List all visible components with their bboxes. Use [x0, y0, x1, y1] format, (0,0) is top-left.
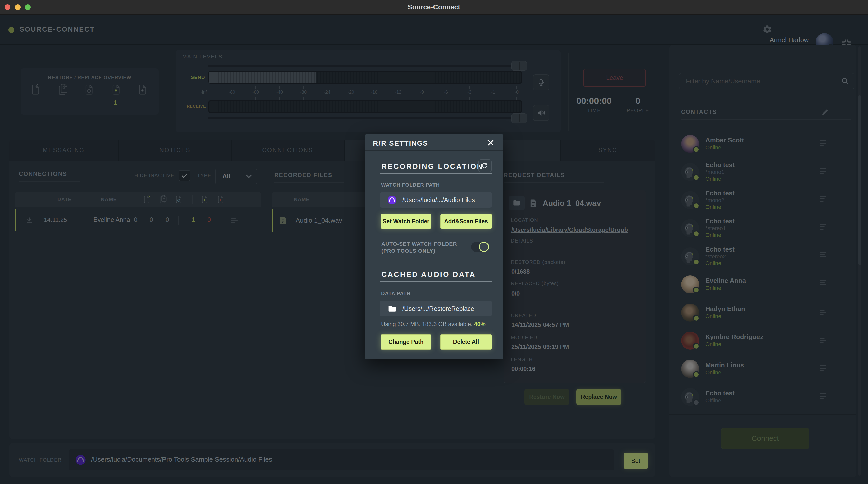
leave-session-button[interactable]: Leave — [583, 68, 646, 87]
contact-item[interactable]: Echo test*stereo1Online — [669, 214, 857, 242]
presence-dot — [693, 146, 700, 153]
edit-contacts-pencil-icon[interactable] — [822, 109, 829, 116]
tab-sync[interactable]: SYNC — [560, 139, 655, 161]
open-folder-button[interactable] — [509, 196, 525, 210]
contact-avatar — [681, 191, 699, 209]
tab-connections[interactable]: CONNECTIONS — [231, 139, 344, 161]
contact-status: Online — [705, 175, 735, 183]
contact-menu-icon[interactable] — [820, 196, 827, 203]
modified-value: 25/11/2025 09:19 PM — [512, 344, 569, 350]
location-link[interactable]: /Users/lucia/Library/CloudStorage/Dropb — [512, 226, 628, 233]
contacts-underline — [681, 119, 851, 120]
contact-item[interactable]: Martin LinusOnline — [669, 355, 857, 383]
delete-all-button[interactable]: Delete All — [440, 334, 492, 350]
send-meter — [209, 71, 522, 84]
connection-menu-icon[interactable] — [231, 217, 238, 224]
pro-tools-icon — [387, 195, 397, 204]
type-dropdown[interactable]: All — [215, 169, 257, 184]
contact-item[interactable]: Echo testOffline — [669, 383, 857, 411]
restore-now-button[interactable]: Restore Now — [524, 389, 569, 405]
main-levels-title: MAIN LEVELS — [182, 54, 222, 60]
search-icon[interactable] — [841, 77, 849, 85]
add-scan-files-button[interactable]: Add&Scan Files — [440, 214, 492, 229]
titlebar: Source-Connect — [0, 0, 868, 14]
send-gain-slider[interactable] — [208, 65, 527, 67]
session-people-value: 0 — [619, 96, 657, 106]
contact-item[interactable]: Kymbre RodriguezOnline — [669, 327, 857, 355]
watch-folder-path-input[interactable]: /Users/lucia/Documents/Pro Tools Sample … — [68, 449, 614, 471]
receive-gain-slider-handle[interactable] — [512, 114, 527, 123]
cache-usage-line: Using 30.7 MB. 183.3 GB available. 40% — [381, 321, 486, 328]
close-icon[interactable] — [487, 139, 494, 146]
contact-item[interactable]: Echo test*mono1Online — [669, 158, 857, 186]
contact-item[interactable]: Amber ScottOnline — [669, 130, 857, 158]
contact-avatar — [681, 388, 699, 406]
tab-notices[interactable]: NOTICES — [118, 139, 231, 161]
recorded-files-underline — [274, 182, 344, 183]
receive-gain-slider[interactable] — [208, 118, 527, 119]
contact-menu-icon[interactable] — [820, 336, 827, 344]
file-circle-icon — [84, 83, 95, 97]
contact-item[interactable]: Echo test*stereo2Online — [669, 242, 857, 270]
scale-tick-mark — [303, 86, 304, 89]
pending-files-column-icon — [175, 195, 183, 205]
connection-row[interactable]: 14.11.25 Eveline Anna 0 0 0 1 0 — [15, 209, 262, 231]
send-gain-slider-handle[interactable] — [512, 61, 527, 70]
speaker-button[interactable] — [533, 105, 549, 121]
refresh-button[interactable] — [478, 159, 492, 172]
contact-menu-icon[interactable] — [820, 365, 827, 372]
scale-tick-label: -9 — [420, 90, 424, 95]
contact-item[interactable]: Eveline AnnaOnline — [669, 270, 857, 298]
connect-button[interactable]: Connect — [721, 428, 809, 449]
contact-subtitle: *stereo2 — [705, 253, 735, 260]
scale-tick-mark — [231, 86, 232, 89]
replace-now-button[interactable]: Replace Now — [577, 389, 621, 405]
user-name: Armel Harlow — [728, 36, 809, 44]
auto-set-toggle[interactable] — [471, 242, 489, 252]
microphone-button[interactable] — [533, 74, 549, 90]
presence-dot — [693, 371, 700, 378]
restore-replace-overview-panel: RESTORE / REPLACE OVERVIEW 1 — [21, 68, 159, 115]
scale-tick-mark — [351, 86, 351, 89]
contact-subtitle: *stereo1 — [705, 225, 735, 232]
hide-inactive-checkbox[interactable] — [179, 170, 190, 181]
contact-status: Online — [705, 369, 744, 376]
change-path-button[interactable]: Change Path — [380, 334, 432, 350]
contact-menu-icon[interactable] — [820, 252, 827, 259]
contact-menu-icon[interactable] — [820, 140, 827, 147]
send-label: SEND — [189, 74, 207, 81]
contact-menu-icon[interactable] — [820, 393, 827, 400]
contact-name: Echo test — [705, 246, 735, 253]
created-value: 14/11/2025 04:57 PM — [512, 321, 569, 328]
sidebar-scrollbar-thumb[interactable] — [859, 95, 861, 265]
contact-menu-icon[interactable] — [820, 168, 827, 175]
connections-title: CONNECTIONS — [19, 171, 67, 178]
tab-messaging[interactable]: MESSAGING — [9, 139, 118, 161]
connection-received-count: 0 — [147, 216, 156, 223]
data-path-input[interactable]: /Users/.../RestoreReplace — [380, 301, 492, 316]
session-divider — [568, 53, 569, 131]
set-watch-folder-button[interactable]: Set Watch Folder — [380, 214, 432, 229]
scale-tick-label: -80 — [228, 90, 235, 95]
contact-filter-input[interactable] — [685, 75, 832, 87]
contact-item[interactable]: Hadyn EthanOnline — [669, 298, 857, 327]
download-icon[interactable] — [26, 217, 33, 224]
connection-restored-count: 1 — [188, 216, 198, 223]
modal-watch-folder-input[interactable]: /Users/lucia/.../Audio Files — [380, 192, 492, 207]
auto-set-toggle-knob[interactable] — [479, 242, 489, 252]
contact-item[interactable]: Echo test*mono2Online — [669, 186, 857, 214]
contact-menu-icon[interactable] — [820, 281, 827, 287]
location-label: LOCATION — [511, 217, 538, 223]
watch-folder-path-text: /Users/lucia/Documents/Pro Tools Sample … — [91, 456, 272, 463]
contact-menu-icon[interactable] — [820, 309, 827, 316]
scale-tick-label: -12 — [395, 90, 401, 95]
contacts-title: CONTACTS — [681, 109, 717, 116]
scale-tick-label: -60 — [252, 90, 259, 95]
request-file-name: Audio 1_04.wav — [542, 199, 601, 208]
contact-avatar — [681, 360, 699, 378]
date-column-header: DATE — [57, 197, 71, 202]
replaced-column-icon — [217, 195, 225, 205]
contact-menu-icon[interactable] — [820, 224, 827, 231]
set-watch-folder-bar-button[interactable]: Set — [624, 453, 648, 469]
settings-gear-icon[interactable] — [763, 25, 772, 35]
